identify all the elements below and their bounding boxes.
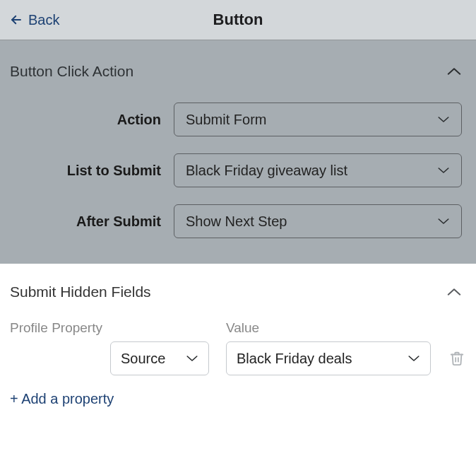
trash-icon — [449, 350, 465, 367]
select-property-value: Source — [121, 351, 165, 367]
label-list-to-submit: List to Submit — [14, 163, 174, 179]
select-action[interactable]: Submit Form — [174, 103, 462, 136]
chevron-down-icon — [437, 115, 450, 124]
arrow-left-icon — [10, 13, 23, 26]
form-rows: Action Submit Form List to Submit Black … — [0, 95, 476, 264]
section-title: Button Click Action — [10, 63, 133, 80]
label-action: Action — [14, 112, 174, 128]
select-profile-property[interactable]: Source — [110, 341, 209, 375]
label-after-submit: After Submit — [14, 213, 174, 230]
add-property-button[interactable]: + Add a property — [0, 375, 476, 417]
select-value-text: Black Friday deals — [237, 351, 352, 367]
chevron-up-icon — [446, 66, 462, 76]
hidden-field-row: Source Black Friday deals — [0, 341, 476, 375]
hidden-fields-columns: Profile Property Value — [0, 306, 476, 341]
back-button[interactable]: Back — [10, 12, 59, 28]
delete-row-button[interactable] — [448, 350, 466, 367]
select-list-value: Black Friday giveaway list — [186, 163, 347, 179]
header-bar: Back Button — [0, 0, 476, 40]
section-button-click-action: Button Click Action Action Submit Form L… — [0, 40, 476, 264]
col-header-value: Value — [226, 320, 466, 336]
section-submit-hidden-fields: Submit Hidden Fields Profile Property Va… — [0, 264, 476, 417]
chevron-down-icon — [186, 354, 198, 363]
row-action: Action Submit Form — [14, 103, 462, 136]
row-list-to-submit: List to Submit Black Friday giveaway lis… — [14, 153, 462, 187]
select-after-value: Show Next Step — [186, 213, 287, 230]
section-title: Submit Hidden Fields — [10, 283, 151, 300]
select-list-to-submit[interactable]: Black Friday giveaway list — [174, 153, 462, 187]
property-cell: Source — [10, 341, 209, 375]
chevron-down-icon — [437, 166, 450, 175]
row-after-submit: After Submit Show Next Step — [14, 204, 462, 238]
select-after-submit[interactable]: Show Next Step — [174, 204, 462, 238]
section-header-hidden-fields[interactable]: Submit Hidden Fields — [0, 264, 476, 306]
col-header-property: Profile Property — [10, 320, 209, 336]
select-hidden-value[interactable]: Black Friday deals — [226, 341, 431, 375]
page-title: Button — [213, 11, 263, 29]
chevron-up-icon — [446, 287, 462, 297]
select-action-value: Submit Form — [186, 112, 266, 128]
section-header-click-action[interactable]: Button Click Action — [0, 40, 476, 95]
chevron-down-icon — [407, 354, 420, 363]
back-label: Back — [28, 12, 59, 28]
chevron-down-icon — [437, 217, 450, 226]
